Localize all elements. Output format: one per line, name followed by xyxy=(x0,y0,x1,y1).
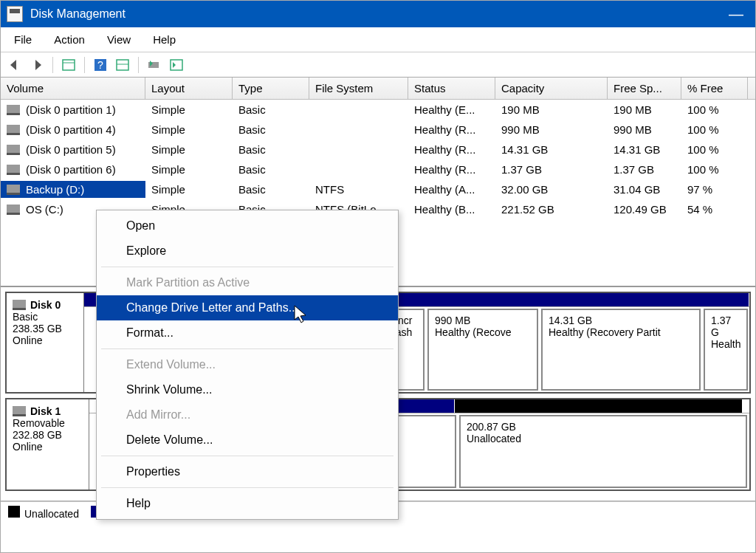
detail-icon[interactable] xyxy=(113,55,132,75)
col-pct[interactable]: % Free xyxy=(681,78,748,99)
cell: Healthy (B... xyxy=(408,201,495,218)
menu-item: Mark Partition as Active xyxy=(97,270,398,295)
cell: Simple xyxy=(145,121,233,138)
disk1-name: Disk 1 xyxy=(30,405,61,417)
cell: Healthy (R... xyxy=(408,121,495,138)
cell: 14.31 GB xyxy=(608,141,681,158)
properties-icon[interactable] xyxy=(167,55,186,75)
app-icon xyxy=(7,6,23,22)
cell: 100 % xyxy=(681,161,748,178)
cell: (Disk 0 partition 6) xyxy=(1,161,145,178)
menu-item[interactable]: Shrink Volume... xyxy=(97,377,398,402)
cell: Healthy (A... xyxy=(408,181,495,198)
disk-partition[interactable]: 1.37 G Health xyxy=(704,309,748,391)
back-button[interactable] xyxy=(5,55,24,75)
volume-icon xyxy=(7,185,20,195)
menu-item[interactable]: Help xyxy=(97,491,398,516)
col-free[interactable]: Free Sp... xyxy=(608,78,681,99)
menu-separator xyxy=(101,267,394,267)
menu-item[interactable]: Format... xyxy=(97,320,398,346)
col-fs[interactable]: File System xyxy=(309,78,408,99)
cell xyxy=(309,108,408,112)
menu-item[interactable]: Delete Volume... xyxy=(97,427,398,453)
cell: 221.52 GB xyxy=(495,201,608,218)
toolbar: ? xyxy=(1,52,755,78)
cell: Basic xyxy=(233,161,309,178)
svg-rect-4 xyxy=(117,60,128,70)
col-type[interactable]: Type xyxy=(233,78,309,99)
volume-header: Volume Layout Type File System Status Ca… xyxy=(1,78,755,100)
menu-item[interactable]: Open xyxy=(97,213,398,238)
menu-item[interactable]: Change Drive Letter and Paths... xyxy=(97,295,398,320)
cell: Basic xyxy=(233,121,309,138)
volume-icon xyxy=(7,125,20,135)
cell: 14.31 GB xyxy=(495,141,608,158)
cell: 190 MB xyxy=(608,101,681,118)
cell: Backup (D:) xyxy=(1,181,145,198)
separator xyxy=(138,57,139,73)
disk-partition[interactable]: 14.31 GB Healthy (Recovery Partit xyxy=(541,309,701,391)
volume-row[interactable]: (Disk 0 partition 4)SimpleBasicHealthy (… xyxy=(1,120,755,140)
volume-row[interactable]: (Disk 0 partition 5)SimpleBasicHealthy (… xyxy=(1,140,755,159)
menu-item: Add Mirror... xyxy=(97,402,398,427)
cell: 120.49 GB xyxy=(608,201,681,218)
disk0-state: Online xyxy=(13,334,78,346)
cell xyxy=(309,148,408,152)
volume-row[interactable]: Backup (D:)SimpleBasicNTFSHealthy (A...3… xyxy=(1,179,755,199)
cell: Healthy (R... xyxy=(408,161,495,178)
cell: Basic xyxy=(233,181,309,198)
disk-partition[interactable]: 200.87 GB Unallocated xyxy=(459,415,747,488)
volume-row[interactable]: (Disk 0 partition 1)SimpleBasicHealthy (… xyxy=(1,100,755,120)
cell: 31.04 GB xyxy=(608,181,681,198)
disk0-type: Basic xyxy=(13,311,78,323)
cell: 100 % xyxy=(681,101,748,118)
cell: Simple xyxy=(145,181,233,198)
minimize-button[interactable]: — xyxy=(721,6,751,23)
volume-icon xyxy=(7,205,20,215)
volume-body: (Disk 0 partition 1)SimpleBasicHealthy (… xyxy=(1,100,755,219)
cell: 990 MB xyxy=(495,121,608,138)
col-layout[interactable]: Layout xyxy=(145,78,233,99)
cell: Simple xyxy=(145,101,233,118)
disk-partition[interactable]: 990 MB Healthy (Recove xyxy=(427,309,538,391)
cell: (Disk 0 partition 4) xyxy=(1,121,145,138)
menu-item[interactable]: Properties xyxy=(97,459,398,484)
context-menu: OpenExploreMark Partition as ActiveChang… xyxy=(96,210,399,520)
cell: 990 MB xyxy=(608,121,681,138)
cell: Basic xyxy=(233,141,309,158)
cell: Healthy (R... xyxy=(408,141,495,158)
col-status[interactable]: Status xyxy=(408,78,495,99)
cell: 1.37 GB xyxy=(495,161,608,178)
cell: 190 MB xyxy=(495,101,608,118)
cell: Basic xyxy=(233,101,309,118)
cell xyxy=(309,128,408,132)
separator xyxy=(52,57,53,73)
volume-icon xyxy=(7,105,20,115)
col-volume[interactable]: Volume xyxy=(1,78,145,99)
forward-button[interactable] xyxy=(27,55,47,75)
volume-icon xyxy=(7,165,20,175)
menu-bar: File Action View Help xyxy=(1,27,755,52)
cell: Simple xyxy=(145,141,233,158)
refresh-icon[interactable] xyxy=(145,55,164,75)
help-icon[interactable]: ? xyxy=(91,55,110,75)
menu-action[interactable]: Action xyxy=(47,30,92,49)
menu-item[interactable]: Explore xyxy=(97,238,398,264)
menu-separator xyxy=(101,348,394,349)
cell: 32.00 GB xyxy=(495,181,608,198)
cell: 100 % xyxy=(681,141,748,158)
cell: 100 % xyxy=(681,121,748,138)
disk1-state: Online xyxy=(13,441,83,453)
cell xyxy=(309,168,408,172)
menu-item: Extend Volume... xyxy=(97,352,398,377)
cell: Simple xyxy=(145,161,233,178)
col-cap[interactable]: Capacity xyxy=(495,78,608,99)
menu-view[interactable]: View xyxy=(100,30,138,49)
cell: 54 % xyxy=(681,201,748,218)
menu-file[interactable]: File xyxy=(7,30,39,49)
volume-row[interactable]: (Disk 0 partition 6)SimpleBasicHealthy (… xyxy=(1,159,755,179)
view-icon[interactable] xyxy=(59,55,78,75)
menu-separator xyxy=(101,456,394,456)
legend-unalloc: Unallocated xyxy=(8,506,79,520)
menu-help[interactable]: Help xyxy=(145,30,183,49)
